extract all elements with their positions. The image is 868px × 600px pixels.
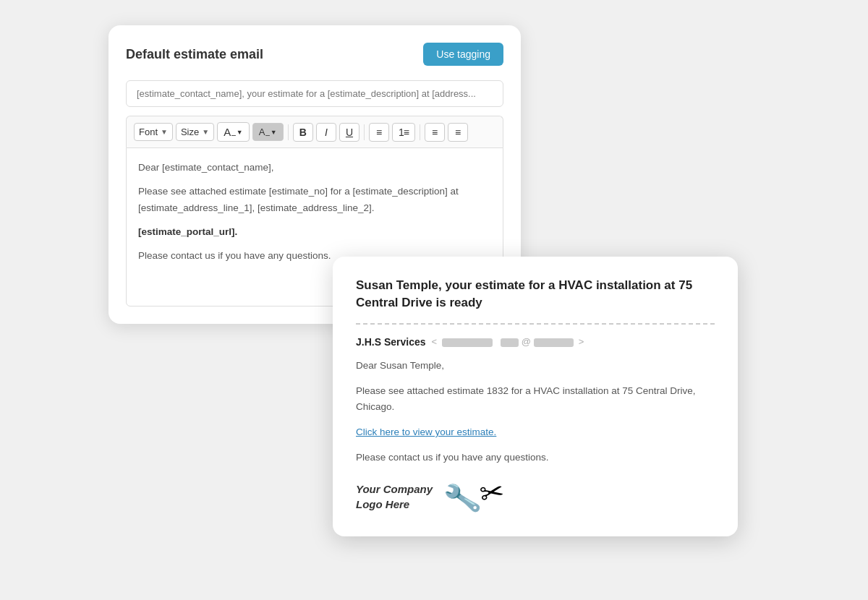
font-size-up-label: A bbox=[224, 126, 231, 138]
preview-body: Dear Susan Temple, Please see attached e… bbox=[356, 358, 715, 467]
size-select[interactable]: Size ▼ bbox=[176, 123, 214, 141]
italic-button[interactable]: I bbox=[316, 123, 336, 142]
preview-subject: Susan Temple, your estimate for a HVAC i… bbox=[356, 277, 715, 312]
preview-body1: Please see attached estimate 1832 for a … bbox=[356, 383, 715, 416]
bold-button[interactable]: B bbox=[293, 123, 313, 142]
redacted-email-user bbox=[442, 338, 493, 347]
italic-icon: I bbox=[325, 127, 328, 138]
preview-logo-area: Your CompanyLogo Here 🔧✂ bbox=[356, 479, 715, 513]
editor-line-3: [estimate_portal_url]. bbox=[138, 224, 491, 241]
ordered-list-button[interactable]: 1≡ bbox=[392, 123, 415, 142]
font-size-down-label: A bbox=[259, 127, 265, 137]
font-label: Font bbox=[139, 127, 158, 137]
size-arrow-icon: ▼ bbox=[202, 128, 209, 136]
size-label: Size bbox=[181, 127, 199, 137]
toolbar-divider-3 bbox=[420, 124, 420, 140]
preview-estimate-link[interactable]: Click here to view your estimate. bbox=[356, 427, 496, 437]
toolbar-divider-1 bbox=[288, 124, 289, 140]
preview-link-paragraph: Click here to view your estimate. bbox=[356, 424, 715, 441]
toolbar-divider-2 bbox=[364, 124, 365, 140]
font-select[interactable]: Font ▼ bbox=[134, 123, 173, 141]
preview-logo-text: Your CompanyLogo Here bbox=[356, 481, 433, 512]
font-size-up-arrow-icon: ▼ bbox=[237, 129, 243, 136]
preview-from-name: J.H.S Services bbox=[356, 336, 426, 348]
redacted-email-domain2 bbox=[534, 338, 574, 347]
decrease-font-size-button[interactable]: A _ ▼ bbox=[252, 123, 284, 141]
ordered-list-icon: 1≡ bbox=[399, 127, 409, 138]
editor-toolbar: Font ▼ Size ▼ A _ ▼ A _ ▼ B bbox=[126, 116, 503, 147]
align-left-button[interactable]: ≡ bbox=[425, 123, 445, 142]
underline-button[interactable]: U bbox=[339, 123, 359, 142]
editor-header: Default estimate email Use tagging bbox=[126, 43, 503, 66]
align-left-icon: ≡ bbox=[432, 127, 438, 138]
tools-icon: 🔧✂ bbox=[442, 474, 508, 518]
editor-title: Default estimate email bbox=[126, 47, 263, 62]
align-right-icon: ≡ bbox=[455, 127, 461, 138]
bold-icon: B bbox=[299, 127, 307, 138]
unordered-list-button[interactable]: ≡ bbox=[369, 123, 389, 142]
use-tagging-button[interactable]: Use tagging bbox=[423, 43, 503, 66]
underline-icon: U bbox=[346, 127, 353, 138]
preview-greeting: Dear Susan Temple, bbox=[356, 358, 715, 374]
preview-closing: Please contact us if you have any questi… bbox=[356, 450, 715, 466]
increase-font-size-button[interactable]: A _ ▼ bbox=[217, 122, 250, 142]
font-arrow-icon: ▼ bbox=[161, 128, 168, 136]
unordered-list-icon: ≡ bbox=[376, 127, 382, 138]
preview-from-email: < @ > bbox=[432, 336, 584, 347]
align-right-button[interactable]: ≡ bbox=[448, 123, 468, 142]
editor-line-1: Dear [estimate_contact_name], bbox=[138, 160, 491, 176]
preview-card: Susan Temple, your estimate for a HVAC i… bbox=[333, 257, 738, 536]
preview-from: J.H.S Services < @ > bbox=[356, 336, 715, 348]
editor-line-2: Please see attached estimate [estimate_n… bbox=[138, 184, 491, 217]
font-size-down-arrow-icon: ▼ bbox=[271, 129, 277, 136]
preview-divider bbox=[356, 323, 715, 325]
redacted-email-domain1 bbox=[501, 338, 519, 347]
subject-input[interactable] bbox=[126, 80, 503, 107]
